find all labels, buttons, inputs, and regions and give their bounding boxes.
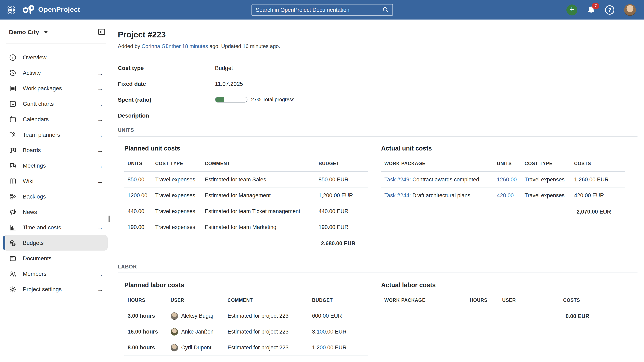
work-package-subject: : Draft architectural plans [409,192,470,198]
user-avatar[interactable] [624,4,636,16]
progress-label: 27% Total progress [251,97,294,102]
sidebar-item-boards[interactable]: Boards → [3,142,108,158]
sidebar-item-news[interactable]: News [3,204,108,220]
gantt-icon [9,100,17,108]
cell-user: Anke Janßen [168,324,224,340]
sidebar-item-overview[interactable]: Overview [3,50,108,65]
units-link[interactable]: 1260.00 [497,176,517,183]
progress-bar [215,97,248,102]
table-row: 850.00 Travel expenses Estimated for tea… [124,171,368,187]
cell-user: Cyril Dupont [168,340,224,355]
sidebar-item-backlogs[interactable]: Backlogs [3,189,108,204]
info-icon [9,54,17,61]
arrow-right-icon[interactable]: → [97,286,103,293]
sidebar-item-activity[interactable]: Activity → [3,65,108,81]
col-header-user: USER [168,294,224,308]
arrow-right-icon[interactable]: → [97,69,103,76]
cost-type-value: Budget [215,65,233,71]
collapse-sidebar-icon[interactable] [98,29,105,35]
table-row: 8.00 hours Cyril Dupont Estimated for pr… [124,340,368,355]
planned-labor-costs-table: HOURS USER COMMENT BUDGET 3.00 hours [124,294,368,356]
arrow-right-icon[interactable]: → [97,116,103,123]
sidebar-item-team-planners[interactable]: Team planners → [3,127,108,142]
arrow-right-icon[interactable]: → [97,224,103,231]
chevron-down-icon[interactable] [44,31,48,33]
notifications-button[interactable]: 7 [587,6,595,14]
work-packages-icon [9,84,17,92]
description-label: Description [118,112,215,119]
openproject-logo[interactable]: OpenProject [22,4,80,16]
boards-icon [9,146,17,154]
col-header-comment: COMMENT [224,294,309,308]
documentation-search[interactable] [251,4,393,16]
fixed-date-value: 11.07.2025 [215,80,243,87]
budget-detail-page: Project #223 Added by Corinna Günther 18… [111,20,644,362]
sidebar-item-budgets[interactable]: Budgets [3,235,108,251]
actual-unit-costs-title: Actual unit costs [381,145,625,152]
cell-comment: Estimated for team Sales [202,171,315,187]
sidebar-item-gantt-charts[interactable]: Gantt charts → [3,96,108,111]
actual-unit-costs-block: Actual unit costs WORK PACKAGE UNITS COS… [381,145,625,252]
cell-budget: 190.00 EUR [315,219,368,235]
planned-unit-costs-title: Planned unit costs [124,145,368,152]
col-header-units: UNITS [124,157,152,171]
work-package-link[interactable]: Task #249 [384,176,409,183]
cell-units: 1200.00 [124,187,152,203]
arrow-right-icon[interactable]: → [97,131,103,138]
sidebar-resize-handle[interactable] [108,216,110,222]
arrow-right-icon[interactable]: → [97,147,103,153]
cell-cost-type: Travel expenses [152,187,202,203]
help-button[interactable]: ? [605,5,614,15]
cell-budget: 1,200.00 EUR [315,187,368,203]
col-header-hours: HOURS [124,294,168,308]
calendar-icon [9,115,17,123]
apps-grid-icon[interactable] [6,5,16,15]
search-icon[interactable] [382,7,389,13]
history-icon [9,69,17,77]
sidebar-item-documents[interactable]: Documents [3,251,108,266]
cell-comment: Estimated for Management [202,187,315,203]
cell-work-package: Task #249: Contract awards completed [381,171,494,187]
project-sidebar: Demo City Overview [0,20,111,362]
actual-unit-costs-total: 2,070.00 EUR [571,203,625,220]
documents-icon [9,254,17,262]
cell-units: 420.00 [494,187,521,203]
units-section-label: UNITS [118,127,638,133]
global-add-button[interactable]: + [566,4,577,15]
sidebar-item-project-settings[interactable]: Project settings → [3,281,108,297]
meta-prefix: Added by [118,43,142,49]
author-link[interactable]: Corinna Günther 18 minutes [142,43,208,49]
sidebar-item-calendars[interactable]: Calendars → [3,111,108,127]
work-package-link[interactable]: Task #244 [384,192,409,198]
arrow-right-icon[interactable]: → [97,85,103,92]
actual-labor-costs-table: WORK PACKAGE HOURS USER COSTS 0.00 EUR [381,294,625,325]
cell-budget: 600.00 EUR [309,308,368,324]
arrow-right-icon[interactable]: → [97,100,103,107]
search-input[interactable] [252,4,382,15]
project-selector[interactable]: Demo City [9,29,39,35]
units-link[interactable]: 420.00 [497,192,514,198]
sidebar-item-wiki[interactable]: Wiki → [3,173,108,189]
cell-units: 190.00 [124,219,152,235]
actual-labor-costs-title: Actual labor costs [381,281,625,289]
cell-budget: 3,100.00 EUR [309,324,368,340]
col-header-cost-type: COST TYPE [152,157,202,171]
actual-labor-costs-block: Actual labor costs WORK PACKAGE HOURS US… [381,281,625,356]
meetings-icon [9,162,17,169]
table-row: 190.00 Travel expenses Estimated for tea… [124,219,368,235]
total-row: 2,070.00 EUR [381,203,625,220]
sidebar-item-meetings[interactable]: Meetings → [3,158,108,173]
sidebar-item-time-and-costs[interactable]: Time and costs → [3,220,108,235]
cell-units: 440.00 [124,203,152,219]
arrow-right-icon[interactable]: → [97,270,103,277]
col-header-work-package: WORK PACKAGE [381,157,494,171]
sidebar-item-members[interactable]: Members → [3,266,108,281]
cost-type-label: Cost type [118,65,215,71]
arrow-right-icon[interactable]: → [97,162,103,169]
col-header-cost-type: COST TYPE [521,157,571,171]
arrow-right-icon[interactable]: → [97,177,103,185]
budgets-coins-icon [9,239,17,247]
sidebar-item-work-packages[interactable]: Work packages → [3,81,108,96]
gear-icon [9,285,17,293]
cell-costs: 1,260.00 EUR [571,171,625,187]
